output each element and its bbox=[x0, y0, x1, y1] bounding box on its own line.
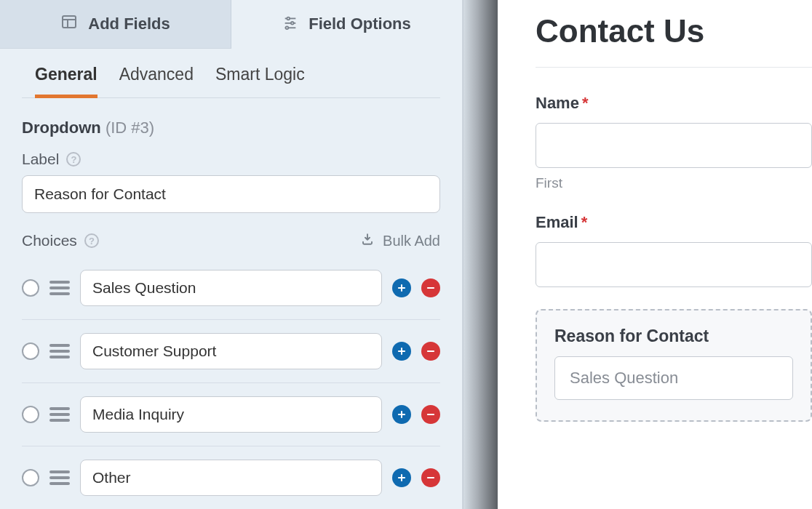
choices-list bbox=[0, 257, 462, 509]
bulk-add-label: Bulk Add bbox=[383, 233, 440, 249]
preview-email-field[interactable]: Email* bbox=[536, 213, 812, 287]
help-icon[interactable]: ? bbox=[84, 233, 99, 248]
remove-choice-button[interactable] bbox=[421, 342, 440, 361]
choice-default-radio[interactable] bbox=[22, 342, 39, 360]
choice-row bbox=[22, 320, 440, 383]
field-options-subtabs: General Advanced Smart Logic bbox=[22, 65, 440, 98]
drag-handle-icon[interactable] bbox=[49, 344, 70, 358]
svg-rect-0 bbox=[63, 16, 76, 28]
drag-handle-icon[interactable] bbox=[49, 470, 70, 485]
preview-email-label: Email* bbox=[536, 213, 812, 232]
svg-point-4 bbox=[287, 17, 290, 20]
tab-field-options-label: Field Options bbox=[309, 15, 411, 33]
remove-choice-button[interactable] bbox=[421, 468, 440, 487]
preview-name-first-input[interactable] bbox=[536, 123, 812, 168]
add-choice-button[interactable] bbox=[392, 278, 411, 297]
field-type-header: Dropdown (ID #3) bbox=[0, 98, 462, 137]
field-label-input[interactable] bbox=[22, 175, 440, 213]
remove-choice-button[interactable] bbox=[421, 405, 440, 424]
choice-input[interactable] bbox=[80, 270, 382, 306]
label-section-header: Label ? bbox=[0, 137, 462, 175]
choice-default-radio[interactable] bbox=[22, 406, 39, 423]
preview-reason-label: Reason for Contact bbox=[554, 326, 793, 346]
add-choice-button[interactable] bbox=[392, 405, 411, 424]
required-asterisk: * bbox=[582, 94, 589, 112]
choice-input[interactable] bbox=[80, 333, 382, 369]
choices-section-header: Choices ? Bulk Add bbox=[0, 219, 462, 257]
layout-icon bbox=[60, 13, 78, 35]
choice-input[interactable] bbox=[80, 396, 382, 433]
preview-reason-dropdown[interactable]: Sales Question bbox=[554, 356, 793, 400]
add-choice-button[interactable] bbox=[392, 468, 411, 487]
drag-handle-icon[interactable] bbox=[49, 281, 70, 295]
sliders-icon bbox=[282, 14, 298, 34]
preview-reason-field-selected[interactable]: Reason for Contact Sales Question bbox=[536, 309, 812, 422]
choice-row bbox=[22, 446, 440, 509]
choice-input[interactable] bbox=[80, 460, 382, 496]
label-section-title: Label bbox=[22, 151, 59, 168]
field-id: (ID #3) bbox=[106, 119, 154, 137]
subtab-advanced[interactable]: Advanced bbox=[119, 65, 194, 97]
download-icon bbox=[361, 233, 374, 249]
preview-name-field[interactable]: Name* First bbox=[536, 94, 812, 191]
form-preview-panel: Contact Us Name* First Email* Reason for… bbox=[498, 0, 812, 509]
svg-point-6 bbox=[291, 22, 294, 25]
choice-default-radio[interactable] bbox=[22, 279, 39, 297]
choices-section-title: Choices bbox=[22, 232, 77, 249]
bulk-add-button[interactable]: Bulk Add bbox=[361, 233, 440, 249]
choice-row bbox=[22, 383, 440, 446]
field-options-panel: Add Fields Field Options General Advance… bbox=[0, 0, 463, 509]
panel-divider bbox=[463, 0, 498, 509]
choice-row bbox=[22, 257, 440, 320]
form-title: Contact Us bbox=[536, 13, 812, 68]
remove-choice-button[interactable] bbox=[421, 278, 440, 297]
subtab-smart-logic[interactable]: Smart Logic bbox=[215, 65, 305, 97]
tab-field-options[interactable]: Field Options bbox=[231, 0, 462, 49]
help-icon[interactable]: ? bbox=[66, 152, 81, 167]
builder-top-tabs: Add Fields Field Options bbox=[0, 0, 462, 49]
preview-name-label: Name* bbox=[536, 94, 812, 113]
subtab-general[interactable]: General bbox=[35, 65, 97, 98]
preview-email-input[interactable] bbox=[536, 242, 812, 287]
preview-name-first-sublabel: First bbox=[536, 175, 812, 191]
required-asterisk: * bbox=[581, 213, 588, 231]
preview-reason-selected-value: Sales Question bbox=[570, 369, 678, 388]
svg-point-8 bbox=[286, 26, 289, 29]
field-type-name: Dropdown bbox=[22, 119, 101, 137]
drag-handle-icon[interactable] bbox=[49, 407, 70, 422]
tab-add-fields-label: Add Fields bbox=[88, 15, 170, 33]
add-choice-button[interactable] bbox=[392, 342, 411, 361]
choice-default-radio[interactable] bbox=[22, 469, 39, 486]
tab-add-fields[interactable]: Add Fields bbox=[0, 0, 231, 49]
